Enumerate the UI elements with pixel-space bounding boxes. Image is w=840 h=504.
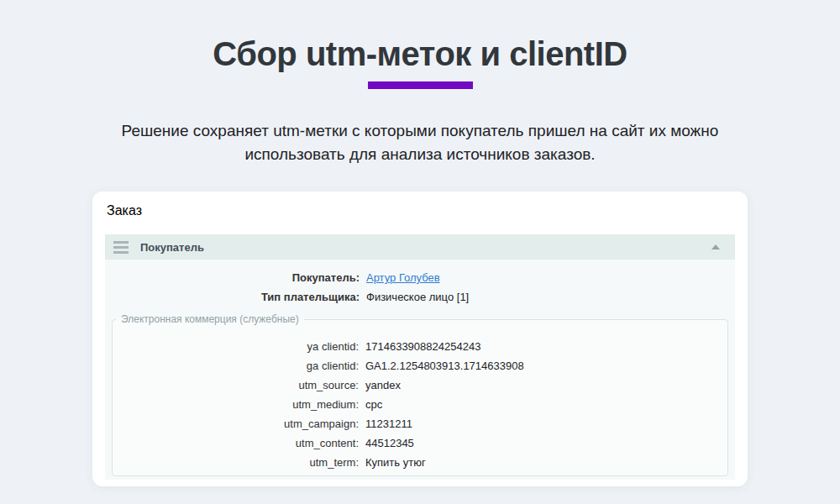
title-underline-bar: [368, 81, 473, 89]
field-row: Покупатель:Артур Голубев: [105, 268, 735, 287]
field-label: utm_content:: [113, 437, 359, 449]
field-row: ya clientid:1714633908824254243: [113, 337, 727, 356]
field-label: utm_campaign:: [113, 417, 359, 430]
ecommerce-fieldset-legend: Электронная коммерция (служебные): [116, 313, 304, 325]
field-label: Покупатель:: [105, 271, 360, 284]
field-row: Тип плательщика:Физическое лицо [1]: [105, 287, 735, 307]
buyer-section: Покупатель Покупатель:Артур ГолубевТип п…: [105, 234, 735, 480]
field-label: utm_term:: [113, 456, 359, 469]
field-value: GA1.2.1254803913.1714633908: [365, 360, 524, 372]
page-description-line1: Решение сохраняет utm-метки с которыми п…: [122, 122, 719, 139]
drag-handle-icon[interactable]: [113, 241, 129, 254]
field-row: utm_medium:cpc: [113, 395, 727, 414]
buyer-section-title: Покупатель: [140, 241, 204, 254]
field-value: Физическое лицо [1]: [366, 291, 469, 303]
ecommerce-fieldset: Электронная коммерция (служебные) ya cli…: [112, 313, 728, 476]
order-heading: Заказ: [105, 202, 735, 220]
field-row: utm_campaign:11231211: [113, 414, 727, 433]
collapse-arrow-icon[interactable]: [711, 244, 720, 249]
order-card: Заказ Покупатель Покупатель:Артур Голубе…: [92, 192, 748, 486]
page-title: Сбор utm-меток и clientID: [0, 0, 840, 72]
page-description: Решение сохраняет utm-метки с которыми п…: [0, 119, 840, 166]
page-description-line2: использовать для анализа источников зака…: [244, 145, 595, 163]
field-label: ya clientid:: [113, 340, 359, 353]
field-value: 1714633908824254243: [365, 340, 480, 353]
ecommerce-fields: ya clientid:1714633908824254243ga client…: [113, 337, 727, 472]
field-row: ga clientid:GA1.2.1254803913.1714633908: [113, 356, 727, 375]
field-value: 11231211: [365, 417, 412, 430]
field-label: utm_source:: [113, 379, 359, 391]
field-row: utm_source:yandex: [113, 375, 727, 395]
buyer-section-header[interactable]: Покупатель: [105, 234, 735, 260]
buyer-name-link[interactable]: Артур Голубев: [366, 271, 440, 284]
field-value: Купить утюг: [365, 456, 426, 469]
field-value: yandex: [365, 379, 401, 391]
field-value: cpc: [365, 398, 382, 411]
buyer-section-body: Покупатель:Артур ГолубевТип плательщика:…: [105, 260, 735, 480]
field-label: ga clientid:: [113, 360, 359, 372]
field-label: Тип плательщика:: [105, 291, 360, 303]
field-value: 44512345: [365, 437, 414, 449]
page: Сбор utm-меток и clientID Решение сохран…: [0, 0, 840, 504]
buyer-fields: Покупатель:Артур ГолубевТип плательщика:…: [105, 268, 735, 307]
field-row: utm_content:44512345: [113, 433, 727, 453]
field-label: utm_medium:: [113, 398, 359, 411]
field-row: utm_term:Купить утюг: [113, 453, 727, 472]
